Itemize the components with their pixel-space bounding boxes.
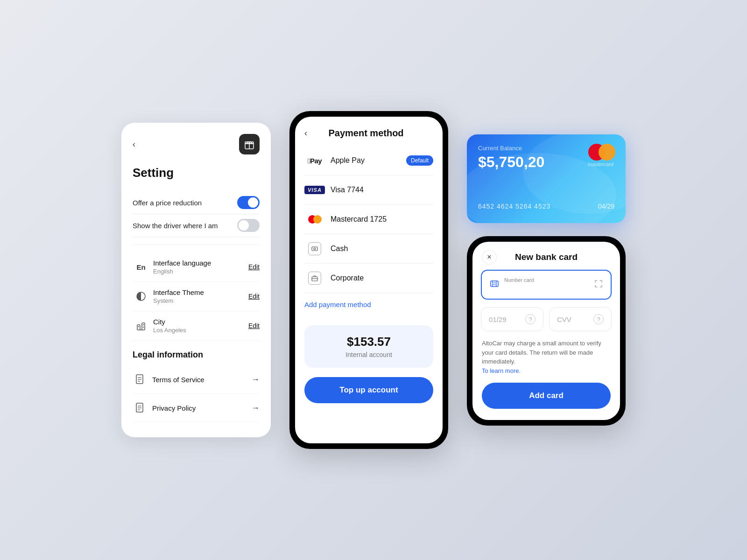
driver-location-label: Show the driver where I am (133, 222, 218, 230)
card-expiry: 04/29 (598, 203, 614, 210)
driver-location-toggle[interactable] (237, 219, 260, 232)
chip-svg-icon (489, 279, 500, 289)
payment-title: Payment method (315, 128, 417, 139)
notice-body: AltoCar may charge a small amount to ver… (482, 340, 601, 365)
expiry-placeholder: 01/29 (489, 315, 507, 323)
terms-label: Terms of Service (152, 376, 251, 384)
svg-rect-18 (312, 247, 317, 251)
payment-list: Pay Apple Pay Default VISA Visa 7744 (295, 146, 443, 293)
theme-main-label: Interface Theme (153, 288, 248, 296)
card-number-field[interactable] (504, 284, 594, 292)
card-number-input-inner: Number card (504, 277, 594, 292)
visa-label: Visa 7744 (331, 186, 433, 194)
privacy-policy-item[interactable]: Privacy Policy → (133, 394, 260, 422)
payment-item-applepay[interactable]: Pay Apple Pay Default (304, 146, 433, 175)
theme-text: Interface Theme System (153, 288, 248, 304)
corporate-icon (308, 272, 321, 285)
svg-rect-8 (143, 324, 144, 325)
theme-icon (133, 292, 149, 301)
internal-amount: $153.57 (314, 335, 424, 349)
payment-phone-screen: ‹ Payment method Pay Apple Pay Default … (295, 117, 443, 443)
new-card-phone-wrapper: × New bank card (467, 236, 626, 426)
scan-icon[interactable] (594, 279, 603, 291)
corporate-label: Corporate (331, 274, 433, 282)
add-card-button[interactable]: Add card (482, 383, 611, 409)
theme-circle-icon (136, 292, 146, 301)
expiry-input-box[interactable]: 01/29 ? (481, 307, 543, 331)
mastercard-text: mastercard (588, 161, 613, 167)
cash-svg-icon (311, 245, 318, 252)
terms-of-service-item[interactable]: Terms of Service → (133, 365, 260, 394)
svg-rect-22 (491, 281, 498, 287)
city-edit-button[interactable]: Edit (248, 322, 260, 329)
document-icon (135, 374, 145, 385)
mastercard-icon (304, 212, 325, 226)
terms-arrow-icon: → (251, 375, 260, 385)
city-icon (133, 321, 149, 330)
legal-title: Legal information (133, 350, 260, 360)
language-item: En Interface language English Edit (133, 252, 260, 282)
new-card-close-button[interactable]: × (482, 250, 497, 265)
city-text: City Los Angeles (153, 318, 248, 334)
cvv-help-icon[interactable]: ? (593, 314, 604, 324)
learn-more-link[interactable]: To learn more. (482, 367, 521, 374)
settings-panel: ‹ Setting Offer a price reduction Show t… (121, 123, 271, 437)
theme-item: Interface Theme System Edit (133, 282, 260, 311)
new-card-header: × New bank card (472, 242, 620, 270)
language-icon: En (133, 263, 149, 271)
divider-1 (133, 245, 260, 245)
mc-logo-yellow (599, 144, 615, 161)
payment-item-corporate[interactable]: Corporate (304, 264, 433, 293)
gift-icon (244, 139, 254, 149)
privacy-label: Privacy Policy (152, 404, 251, 412)
new-card-title: New bank card (515, 252, 578, 262)
payment-item-cash[interactable]: Cash (304, 234, 433, 264)
card-expiry-cvv-row: 01/29 ? CVV ? (481, 307, 612, 331)
cvv-input-box[interactable]: CVV ? (549, 307, 612, 331)
top-up-button[interactable]: Top up account (304, 377, 433, 403)
corporate-icon-wrap (304, 271, 325, 285)
settings-back-button[interactable]: ‹ (133, 140, 135, 149)
cash-icon-wrap (304, 242, 325, 256)
privacy-icon (133, 400, 148, 415)
expiry-help-icon[interactable]: ? (525, 314, 536, 324)
briefcase-icon (311, 275, 318, 281)
add-payment-button[interactable]: Add payment method (295, 293, 443, 316)
theme-edit-button[interactable]: Edit (248, 293, 260, 300)
terms-icon (133, 372, 148, 387)
svg-rect-9 (143, 327, 144, 328)
scan-corners-icon (594, 279, 603, 288)
bank-card: mastercard Current Balance $5,750,20 645… (467, 134, 626, 223)
new-card-screen: × New bank card (472, 242, 620, 420)
payment-item-visa[interactable]: VISA Visa 7744 (304, 175, 433, 205)
right-column: mastercard Current Balance $5,750,20 645… (467, 134, 626, 426)
svg-rect-4 (137, 325, 140, 330)
privacy-arrow-icon: → (251, 403, 260, 413)
offer-price-toggle-row: Offer a price reduction (133, 191, 260, 214)
cash-label: Cash (331, 245, 433, 253)
default-badge: Default (406, 155, 433, 166)
language-edit-button[interactable]: Edit (248, 263, 260, 271)
privacy-document-icon (135, 403, 145, 413)
city-main-label: City (153, 318, 248, 326)
offer-price-label: Offer a price reduction (133, 199, 202, 207)
language-sub-label: English (153, 268, 248, 275)
driver-location-toggle-row: Show the driver where I am (133, 214, 260, 237)
payment-back-button[interactable]: ‹ (304, 128, 307, 138)
language-main-label: Interface language (153, 259, 248, 267)
city-item: City Los Angeles Edit (133, 311, 260, 341)
language-text: Interface language English (153, 259, 248, 275)
offer-price-toggle[interactable] (237, 196, 260, 209)
cash-icon (308, 242, 321, 255)
mc-yellow-circle (313, 215, 322, 224)
applepay-label: Apple Pay (331, 156, 406, 165)
internal-account-box: $153.57 Internal account (304, 325, 433, 368)
payment-item-mastercard[interactable]: Mastercard 1725 (304, 205, 433, 234)
svg-rect-5 (142, 323, 145, 330)
building-icon (136, 321, 146, 330)
card-number-input-box[interactable]: Number card (481, 270, 612, 300)
city-sub-label: Los Angeles (153, 327, 248, 334)
new-card-body: Number card 01/29 (472, 270, 620, 409)
settings-icon-button[interactable] (239, 134, 260, 154)
applepay-icon: Pay (304, 154, 325, 168)
